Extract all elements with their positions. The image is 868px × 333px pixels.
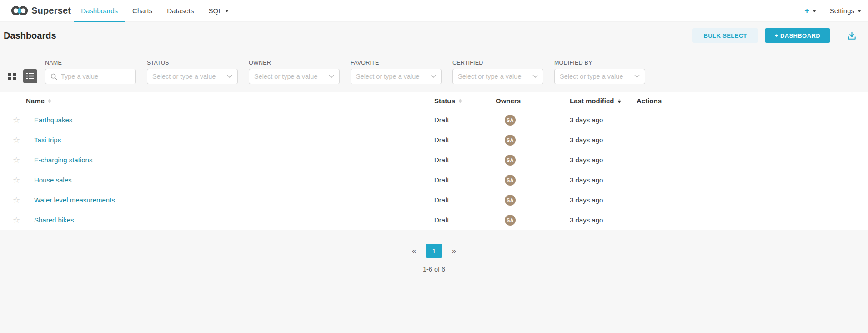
next-page-button[interactable]: » — [452, 247, 456, 255]
owner-select[interactable]: Select or type a value — [249, 69, 340, 84]
table-header-row: Name Status Owners Last modified Actions — [7, 92, 861, 110]
dashboard-link[interactable]: House sales — [34, 176, 72, 184]
chevron-down-icon — [858, 10, 861, 14]
name-search-input[interactable] — [61, 73, 130, 80]
table-row: ☆ House sales Draft SA 3 days ago — [7, 170, 861, 190]
sort-icon — [48, 99, 51, 103]
dashboard-link[interactable]: E-charging stations — [34, 156, 92, 164]
chevron-down-icon — [225, 10, 229, 14]
top-navbar: Superset Dashboards Charts Datasets SQL … — [0, 0, 868, 22]
status-text: Draft — [434, 196, 496, 204]
certified-select[interactable]: Select or type a value — [452, 69, 543, 84]
dashboard-link[interactable]: Water level measurements — [34, 196, 115, 204]
chevron-down-icon — [634, 75, 640, 78]
list-view-button[interactable] — [23, 69, 37, 83]
filter-label: STATUS — [147, 60, 238, 66]
status-select[interactable]: Select or type a value — [147, 69, 238, 84]
nav-item-sql[interactable]: SQL — [201, 0, 236, 21]
owner-avatar[interactable]: SA — [505, 115, 516, 126]
status-text: Draft — [434, 116, 496, 124]
last-modified-text: 3 days ago — [570, 176, 637, 184]
favorite-star-icon[interactable]: ☆ — [7, 116, 26, 124]
header-actions: BULK SELECT + DASHBOARD — [692, 28, 857, 43]
filter-label: CERTIFIED — [452, 60, 543, 66]
bulk-select-button[interactable]: BULK SELECT — [692, 28, 758, 43]
filter-favorite: FAVORITE Select or type a value — [351, 60, 442, 84]
sort-icon — [459, 99, 462, 103]
view-toggles — [8, 68, 37, 84]
nav-item-datasets[interactable]: Datasets — [160, 0, 201, 21]
brand-name: Superset — [31, 5, 71, 16]
column-header-name[interactable]: Name — [26, 97, 434, 105]
settings-label: Settings — [830, 7, 854, 15]
dashboard-link[interactable]: Taxi trips — [34, 136, 61, 144]
owner-avatar[interactable]: SA — [505, 135, 516, 146]
filter-name: NAME — [45, 60, 136, 84]
dashboard-link[interactable]: Shared bikes — [34, 216, 74, 224]
last-modified-text: 3 days ago — [570, 156, 637, 164]
column-header-owners: Owners — [496, 97, 570, 105]
superset-brand[interactable]: Superset — [11, 0, 71, 21]
owner-avatar[interactable]: SA — [505, 195, 516, 206]
page-header: Dashboards BULK SELECT + DASHBOARD — [0, 22, 868, 49]
last-modified-text: 3 days ago — [570, 116, 637, 124]
pagination: « 1 » — [0, 244, 868, 258]
favorite-select[interactable]: Select or type a value — [351, 69, 442, 84]
status-text: Draft — [434, 136, 496, 144]
column-header-actions: Actions — [637, 97, 861, 105]
owner-avatar[interactable]: SA — [505, 215, 516, 226]
dashboard-link[interactable]: Earthquakes — [34, 116, 72, 124]
prev-page-button[interactable]: « — [412, 247, 416, 255]
column-header-status[interactable]: Status — [434, 97, 496, 105]
superset-logo-icon — [11, 5, 28, 16]
last-modified-text: 3 days ago — [570, 136, 637, 144]
filter-owner: OWNER Select or type a value — [249, 60, 340, 84]
column-header-last-modified[interactable]: Last modified — [570, 97, 637, 105]
page-title: Dashboards — [4, 30, 56, 41]
chevron-down-icon — [813, 10, 816, 14]
table-row: ☆ Taxi trips Draft SA 3 days ago — [7, 130, 861, 150]
plus-icon: + — [804, 7, 809, 15]
current-page-button[interactable]: 1 — [426, 244, 442, 258]
status-text: Draft — [434, 216, 496, 224]
filter-label: MODIFIED BY — [554, 60, 645, 66]
chevron-down-icon — [329, 75, 334, 78]
settings-menu-button[interactable]: Settings — [830, 7, 861, 15]
last-modified-text: 3 days ago — [570, 216, 637, 224]
nav-item-sql-label: SQL — [208, 7, 222, 15]
table-row: ☆ E-charging stations Draft SA 3 days ag… — [7, 150, 861, 170]
card-view-button[interactable] — [8, 72, 16, 80]
favorite-star-icon[interactable]: ☆ — [7, 216, 26, 224]
owner-avatar[interactable]: SA — [505, 175, 516, 186]
filter-bar: NAME STATUS Select or type a value OWNER… — [0, 49, 868, 84]
owner-avatar[interactable]: SA — [505, 155, 516, 166]
filter-modified-by: MODIFIED BY Select or type a value — [554, 60, 645, 84]
filter-label: NAME — [45, 60, 136, 66]
filter-certified: CERTIFIED Select or type a value — [452, 60, 543, 84]
import-dashboards-button[interactable] — [847, 30, 857, 41]
pagination-summary: 1-6 of 6 — [0, 266, 868, 273]
chevron-down-icon — [431, 75, 436, 78]
last-modified-text: 3 days ago — [570, 196, 637, 204]
filter-status: STATUS Select or type a value — [147, 60, 238, 84]
favorite-star-icon[interactable]: ☆ — [7, 136, 26, 144]
favorite-star-icon[interactable]: ☆ — [7, 156, 26, 164]
new-dashboard-button[interactable]: + DASHBOARD — [765, 28, 830, 43]
favorite-star-icon[interactable]: ☆ — [7, 196, 26, 204]
name-search-box — [45, 69, 136, 84]
nav-item-dashboards[interactable]: Dashboards — [74, 0, 125, 21]
list-icon — [26, 73, 34, 79]
status-text: Draft — [434, 156, 496, 164]
favorite-star-icon[interactable]: ☆ — [7, 176, 26, 184]
status-text: Draft — [434, 176, 496, 184]
dashboards-table: Name Status Owners Last modified Actions… — [0, 92, 868, 230]
modified-by-select[interactable]: Select or type a value — [554, 69, 645, 84]
table-row: ☆ Shared bikes Draft SA 3 days ago — [7, 210, 861, 230]
nav-item-charts[interactable]: Charts — [125, 0, 160, 21]
grid-icon — [8, 72, 16, 80]
table-row: ☆ Earthquakes Draft SA 3 days ago — [7, 110, 861, 130]
filter-label: FAVORITE — [351, 60, 442, 66]
new-item-menu-button[interactable]: + — [804, 7, 816, 15]
table-row: ☆ Water level measurements Draft SA 3 da… — [7, 190, 861, 210]
chevron-down-icon — [532, 75, 538, 78]
